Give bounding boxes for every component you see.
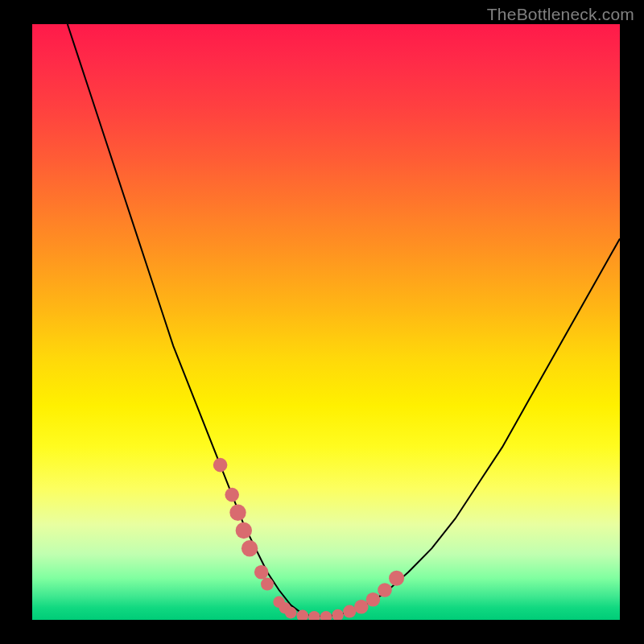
marker-dot xyxy=(343,605,356,618)
watermark-text: TheBottleneck.com xyxy=(487,5,634,24)
curve-svg xyxy=(32,24,620,620)
chart-stage: TheBottleneck.com xyxy=(0,0,644,644)
marker-dot xyxy=(285,607,297,619)
marker-dot xyxy=(320,611,332,620)
plot-area xyxy=(32,24,620,620)
bottleneck-curve xyxy=(68,24,620,617)
marker-dot xyxy=(254,565,269,580)
marker-dot xyxy=(225,488,239,502)
marker-dot xyxy=(389,571,404,586)
marker-dot xyxy=(236,522,252,539)
marker-dot xyxy=(378,583,392,597)
marker-dot xyxy=(261,578,274,591)
highlight-markers xyxy=(213,458,404,620)
marker-dot xyxy=(213,458,228,473)
marker-dot xyxy=(242,540,258,556)
marker-dot xyxy=(354,600,369,614)
marker-dot xyxy=(308,611,320,620)
marker-dot xyxy=(229,505,246,521)
marker-dot xyxy=(366,592,381,607)
marker-dot xyxy=(332,609,344,620)
